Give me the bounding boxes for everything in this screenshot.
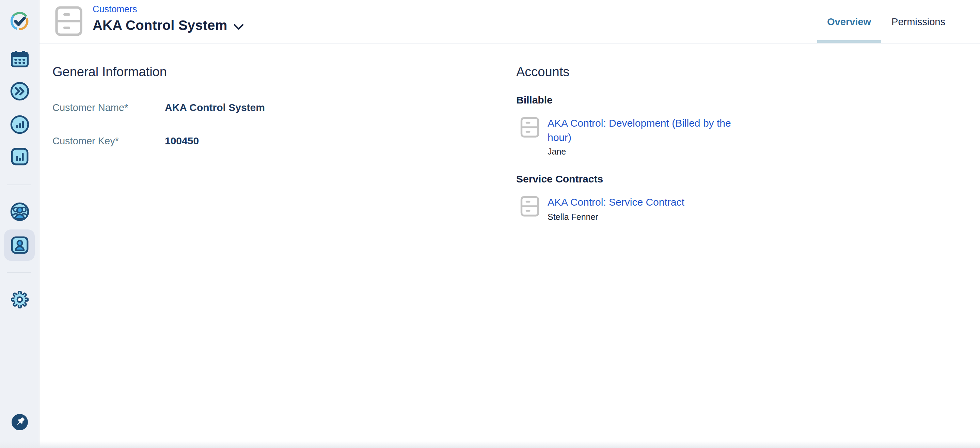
double-chevron-right-icon <box>10 82 29 101</box>
pin-sidebar-button[interactable] <box>0 414 39 430</box>
field-customer-key: Customer Key* 100450 <box>52 134 434 148</box>
field-customer-name: Customer Name* AKA Control System <box>52 101 434 114</box>
sidebar-item-calendar[interactable] <box>0 50 39 67</box>
people-circle-icon <box>10 202 29 221</box>
customer-name-value: AKA Control System <box>165 101 265 114</box>
page-title: AKA Control System <box>92 16 228 35</box>
general-information-heading: General Information <box>52 64 434 80</box>
tab-overview[interactable]: Overview <box>817 0 881 43</box>
customer-key-label: Customer Key* <box>52 134 165 148</box>
chevron-down-icon <box>234 24 244 30</box>
app-window: Customers AKA Control System Overview Pe… <box>0 0 980 448</box>
sidebar-divider <box>7 184 31 185</box>
sidebar-item-customers[interactable] <box>4 229 35 261</box>
account-cabinet-icon <box>520 117 539 138</box>
sidebar-item-settings[interactable] <box>0 291 39 308</box>
customer-name-label: Customer Name* <box>52 101 165 114</box>
sidebar-item-team[interactable] <box>0 202 39 221</box>
account-item: AKA Control: Service Contract Stella Fen… <box>520 195 843 222</box>
account-item: AKA Control: Development (Billed by the … <box>520 116 843 157</box>
page-title-dropdown[interactable]: AKA Control System <box>92 16 244 35</box>
account-person: Stella Fenner <box>547 211 684 222</box>
breadcrumb-customers-link[interactable]: Customers <box>92 3 137 16</box>
customer-cabinet-icon <box>55 6 83 36</box>
accounts-section: Accounts Billable AKA Control: Developme… <box>516 64 843 222</box>
person-square-icon <box>11 236 28 254</box>
calendar-icon <box>11 50 28 67</box>
pin-icon <box>11 414 28 430</box>
billable-group-title: Billable <box>516 93 843 107</box>
page-header: Customers AKA Control System Overview Pe… <box>39 0 980 44</box>
general-information-section: General Information Customer Name* AKA C… <box>52 64 434 167</box>
customer-key-value: 100450 <box>165 134 199 148</box>
account-person: Jane <box>547 146 749 157</box>
sidebar <box>0 0 40 448</box>
account-link-development[interactable]: AKA Control: Development (Billed by the … <box>547 116 749 145</box>
page-tabs: Overview Permissions <box>817 0 956 43</box>
sidebar-divider <box>7 272 31 273</box>
sidebar-item-fast-forward[interactable] <box>0 82 39 101</box>
tab-permissions[interactable]: Permissions <box>881 0 956 43</box>
sidebar-item-dashboard[interactable] <box>0 115 39 134</box>
gear-icon <box>11 291 28 308</box>
account-cabinet-icon <box>520 196 539 216</box>
accounts-heading: Accounts <box>516 64 843 80</box>
bar-chart-circle-icon <box>10 115 29 134</box>
bottom-edge <box>0 441 980 448</box>
app-logo[interactable] <box>0 10 39 32</box>
app-logo-check-icon <box>8 10 30 32</box>
account-link-service-contract[interactable]: AKA Control: Service Contract <box>547 195 684 210</box>
sidebar-item-reports[interactable] <box>0 148 39 165</box>
bar-chart-square-icon <box>11 148 28 165</box>
service-contracts-group-title: Service Contracts <box>516 172 843 186</box>
